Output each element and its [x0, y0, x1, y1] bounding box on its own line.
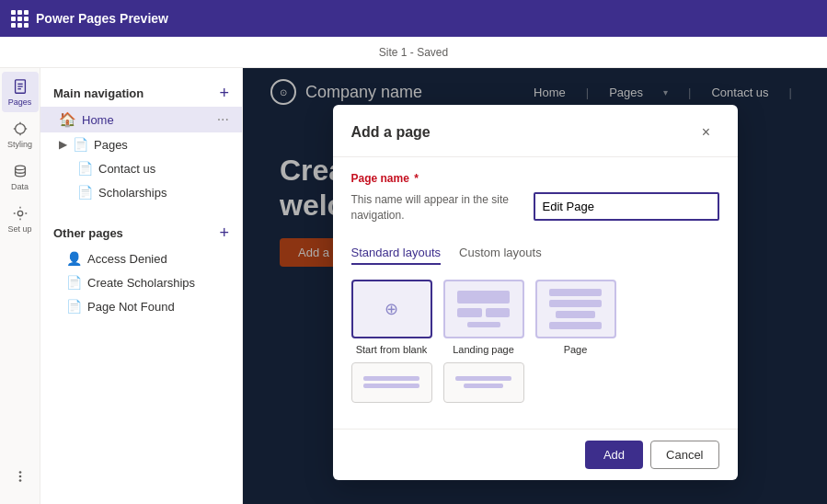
add-other-pages-button[interactable]: + — [219, 224, 229, 241]
svg-point-12 — [18, 475, 21, 478]
add-button[interactable]: Add — [585, 441, 643, 469]
layout-card-page[interactable]: Page — [535, 280, 616, 355]
status-text: Site 1 - Saved — [379, 46, 448, 59]
custom-thumb-2 — [443, 362, 524, 403]
sidebar-home-label: Home — [82, 113, 114, 127]
other-pages-section: Other pages + 👤 Access Denied 📄 Create S… — [40, 212, 242, 318]
icon-rail: Pages Styling Data S — [0, 68, 40, 504]
other-pages-header: Other pages + — [40, 219, 242, 246]
page-label: Page — [564, 344, 588, 355]
user-icon: 👤 — [66, 251, 82, 266]
sidebar-item-contact[interactable]: 📄 Contact us — [40, 156, 242, 180]
main-nav-header: Main navigation + — [40, 79, 242, 107]
home-more-icon[interactable]: ··· — [217, 111, 229, 128]
main-content: ↖ ⊙ Company name Home | Pages ▾ | Contac… — [243, 68, 827, 504]
page-icon: 📄 — [66, 275, 82, 290]
sidebar-item-page-not-found[interactable]: 📄 Page Not Found — [40, 294, 242, 318]
page-icon: 📄 — [77, 161, 93, 176]
rail-styling-label: Styling — [7, 140, 32, 149]
main-layout: Pages Styling Data S — [0, 68, 827, 504]
custom-thumb-1 — [351, 362, 432, 403]
modal-body: Page name * This name will appear in the… — [333, 157, 738, 429]
svg-point-9 — [15, 166, 25, 170]
modal-header: Add a page × — [333, 105, 738, 157]
rail-setup-label: Set up — [7, 224, 31, 234]
required-marker: * — [414, 172, 419, 185]
rail-more[interactable] — [2, 456, 39, 497]
page-icon: 📄 — [77, 185, 93, 200]
sidebar-item-scholarships[interactable]: 📄 Scholarships — [40, 180, 242, 204]
plus-icon: ⊕ — [385, 299, 398, 319]
custom-layouts-grid — [351, 362, 719, 403]
landing-thumb — [443, 280, 524, 338]
blank-label: Start from blank — [356, 344, 428, 355]
rail-setup[interactable]: Set up — [2, 199, 39, 239]
page-thumb — [535, 280, 616, 338]
modal-overlay: Add a page × Page name * This name will … — [243, 68, 827, 504]
page-name-hint: This name will appear in the site naviga… — [351, 192, 519, 223]
app-title: Power Pages Preview — [36, 11, 168, 26]
layout-card-landing[interactable]: Landing page — [443, 280, 524, 355]
layout-tabs: Standard layouts Custom layouts — [351, 242, 719, 265]
page-icon: 📄 — [66, 299, 82, 314]
sidebar-contact-label: Contact us — [98, 162, 155, 176]
rail-data[interactable]: Data — [2, 156, 39, 197]
modal-title: Add a page — [351, 124, 431, 141]
rail-pages-label: Pages — [8, 97, 32, 107]
page-icon: 📄 — [73, 137, 88, 152]
modal-footer: Add Cancel — [333, 429, 738, 480]
tab-custom-layouts[interactable]: Custom layouts — [459, 242, 542, 265]
sidebar-item-create-scholarships[interactable]: 📄 Create Scholarships — [40, 270, 242, 294]
topbar: Power Pages Preview — [0, 0, 827, 37]
rail-pages[interactable]: Pages — [2, 72, 39, 112]
blank-thumb: ⊕ — [351, 280, 432, 338]
page-name-input[interactable] — [534, 192, 719, 221]
expand-icon: ▶ — [59, 138, 67, 151]
standard-layouts-grid: ⊕ Start from blank — [351, 280, 719, 355]
status-bar: Site 1 - Saved — [0, 37, 827, 68]
svg-point-4 — [15, 123, 25, 133]
layout-card-blank[interactable]: ⊕ Start from blank — [351, 280, 432, 355]
landing-label: Landing page — [453, 344, 514, 355]
add-page-modal: Add a page × Page name * This name will … — [333, 105, 738, 480]
page-name-row: This name will appear in the site naviga… — [351, 192, 719, 223]
svg-point-13 — [18, 479, 21, 482]
sidebar-item-access-denied[interactable]: 👤 Access Denied — [40, 246, 242, 270]
modal-close-button[interactable]: × — [694, 120, 719, 145]
sidebar-pages-label: Pages — [94, 138, 128, 152]
sidebar-item-pages[interactable]: ▶ 📄 Pages — [40, 132, 242, 156]
sidebar-scholarships-label: Scholarships — [98, 186, 167, 200]
add-main-nav-button[interactable]: + — [219, 85, 229, 101]
tab-standard-layouts[interactable]: Standard layouts — [351, 242, 442, 265]
sidebar-item-home[interactable]: 🏠 Home ··· — [40, 107, 242, 132]
layouts-section: Standard layouts Custom layouts ⊕ Start … — [351, 242, 719, 403]
rail-data-label: Data — [11, 182, 29, 191]
svg-point-11 — [18, 471, 21, 474]
svg-point-10 — [17, 211, 22, 215]
sidebar: Main navigation + 🏠 Home ··· ▶ 📄 Pages 📄… — [40, 68, 243, 504]
grid-icon[interactable] — [11, 10, 29, 28]
home-icon: 🏠 — [59, 111, 76, 128]
rail-styling[interactable]: Styling — [2, 114, 39, 155]
page-name-label: Page name * — [351, 172, 719, 185]
cancel-button[interactable]: Cancel — [650, 441, 718, 469]
